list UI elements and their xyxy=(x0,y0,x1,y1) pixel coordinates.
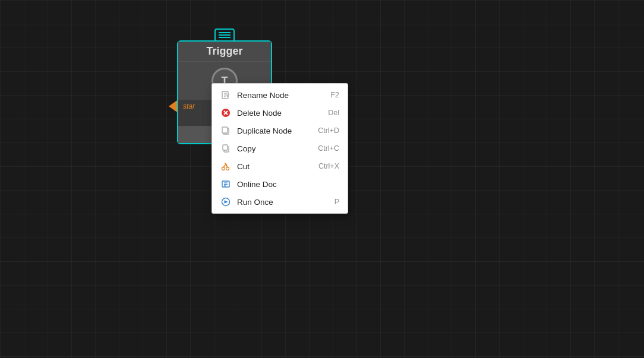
menu-item-cut[interactable]: Cut Ctrl+X xyxy=(212,157,348,175)
rename-label: Rename Node xyxy=(237,91,324,100)
cut-shortcut: Ctrl+X xyxy=(318,162,339,170)
menu-item-copy[interactable]: Copy Ctrl+C xyxy=(212,140,348,157)
cut-icon xyxy=(220,161,231,172)
start-label: star xyxy=(183,102,195,110)
rename-shortcut: F2 xyxy=(330,91,339,99)
copy-shortcut: Ctrl+C xyxy=(318,144,339,153)
menu-item-run-once[interactable]: Run Once P xyxy=(212,193,348,211)
online-doc-icon xyxy=(220,179,231,189)
copy-label: Copy xyxy=(237,144,312,153)
svg-rect-14 xyxy=(223,145,228,150)
duplicate-shortcut: Ctrl+D xyxy=(318,126,339,135)
node-menu-icon xyxy=(214,28,235,42)
menu-item-rename[interactable]: Rename Node F2 xyxy=(212,86,348,104)
svg-point-15 xyxy=(222,167,225,170)
menu-item-delete[interactable]: Delete Node Del xyxy=(212,104,348,122)
run-once-icon xyxy=(220,197,231,207)
svg-line-17 xyxy=(223,164,226,167)
context-menu: Rename Node F2 Delete Node Del Duplicate… xyxy=(211,83,348,214)
delete-icon xyxy=(220,107,231,118)
svg-point-16 xyxy=(226,167,229,170)
copy-icon xyxy=(220,143,231,154)
duplicate-icon xyxy=(220,125,231,136)
node-title: Trigger xyxy=(178,42,271,62)
menu-item-duplicate[interactable]: Duplicate Node Ctrl+D xyxy=(212,122,348,140)
delete-label: Delete Node xyxy=(237,109,322,118)
run-once-shortcut: P xyxy=(334,198,339,206)
cut-label: Cut xyxy=(237,162,312,171)
menu-item-online-doc[interactable]: Online Doc xyxy=(212,175,348,193)
duplicate-label: Duplicate Node xyxy=(237,126,312,135)
rename-icon xyxy=(220,90,231,100)
svg-rect-12 xyxy=(222,127,228,133)
run-once-label: Run Once xyxy=(237,198,329,207)
delete-shortcut: Del xyxy=(328,109,339,117)
connector-left-arrow xyxy=(169,100,177,112)
online-doc-label: Online Doc xyxy=(237,180,333,189)
